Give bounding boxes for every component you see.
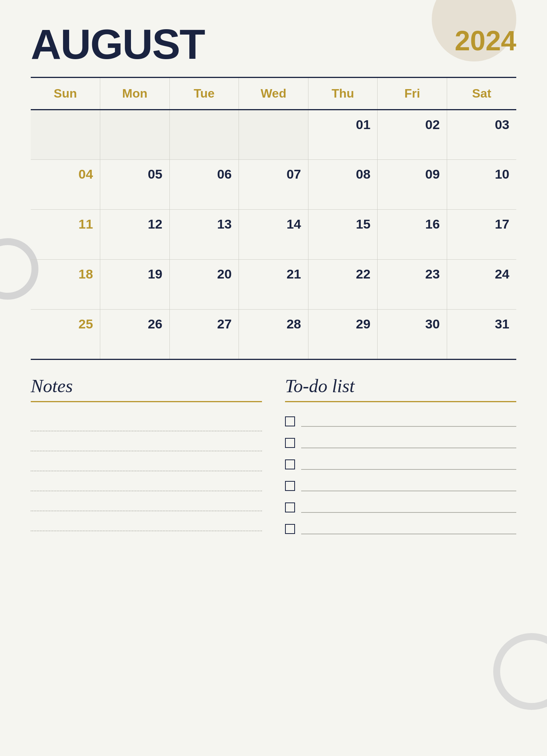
todo-checkbox[interactable] <box>285 502 295 512</box>
day-header-fri: Fri <box>378 78 447 110</box>
todo-line <box>301 426 516 427</box>
calendar-day[interactable]: 30 <box>378 310 447 360</box>
bottom-section: Notes To-do list <box>31 375 516 539</box>
notes-line[interactable] <box>31 451 262 471</box>
calendar-day[interactable]: 15 <box>308 210 378 260</box>
calendar-day[interactable]: 18 <box>31 260 100 310</box>
calendar-day[interactable]: 13 <box>169 210 239 260</box>
calendar-day[interactable]: 19 <box>100 260 170 310</box>
calendar-day[interactable]: 01 <box>308 110 378 160</box>
calendar-week-5: 25262728293031 <box>31 310 516 360</box>
calendar-day[interactable]: 20 <box>169 260 239 310</box>
day-header-wed: Wed <box>239 78 308 110</box>
calendar-day[interactable]: 31 <box>447 310 516 360</box>
calendar-day[interactable]: 14 <box>239 210 308 260</box>
calendar-day[interactable] <box>239 110 308 160</box>
calendar-day[interactable]: 21 <box>239 260 308 310</box>
calendar-day[interactable] <box>169 110 239 160</box>
todo-item[interactable] <box>285 454 516 474</box>
calendar-week-1: 010203 <box>31 110 516 160</box>
calendar-day[interactable]: 16 <box>378 210 447 260</box>
calendar-day[interactable]: 07 <box>239 160 308 210</box>
calendar-day[interactable]: 23 <box>378 260 447 310</box>
calendar-day[interactable]: 10 <box>447 160 516 210</box>
todo-item[interactable] <box>285 433 516 453</box>
calendar-page: AUGUST 2024 SunMonTueWedThuFriSat 010203… <box>0 0 547 756</box>
calendar-week-3: 11121314151617 <box>31 210 516 260</box>
todo-item[interactable] <box>285 476 516 496</box>
notes-section: Notes <box>31 375 262 539</box>
day-header-sat: Sat <box>447 78 516 110</box>
notes-lines <box>31 411 262 531</box>
todo-items <box>285 411 516 539</box>
todo-section: To-do list <box>285 375 516 539</box>
deco-circle-right <box>493 633 547 710</box>
notes-underline <box>31 401 262 402</box>
calendar-body: 0102030405060708091011121314151617181920… <box>31 110 516 360</box>
todo-item[interactable] <box>285 411 516 431</box>
notes-line[interactable] <box>31 491 262 511</box>
notes-line[interactable] <box>31 411 262 431</box>
calendar-week-2: 04050607080910 <box>31 160 516 210</box>
calendar-day[interactable]: 17 <box>447 210 516 260</box>
calendar-day[interactable]: 04 <box>31 160 100 210</box>
notes-line[interactable] <box>31 471 262 491</box>
todo-underline <box>285 401 516 402</box>
day-header-mon: Mon <box>100 78 170 110</box>
month-title: AUGUST <box>31 23 204 65</box>
calendar-day[interactable]: 03 <box>447 110 516 160</box>
calendar-day[interactable]: 25 <box>31 310 100 360</box>
notes-line[interactable] <box>31 511 262 531</box>
calendar-day[interactable]: 22 <box>308 260 378 310</box>
header: AUGUST 2024 <box>31 23 516 65</box>
days-row: SunMonTueWedThuFriSat <box>31 78 516 110</box>
year-title: 2024 <box>455 23 516 55</box>
todo-checkbox[interactable] <box>285 481 295 491</box>
day-header-thu: Thu <box>308 78 378 110</box>
calendar-day[interactable]: 05 <box>100 160 170 210</box>
calendar-day[interactable]: 12 <box>100 210 170 260</box>
page-content: AUGUST 2024 SunMonTueWedThuFriSat 010203… <box>31 23 516 539</box>
calendar-day[interactable] <box>100 110 170 160</box>
calendar-day[interactable] <box>31 110 100 160</box>
calendar-day[interactable]: 11 <box>31 210 100 260</box>
calendar-day[interactable]: 09 <box>378 160 447 210</box>
todo-checkbox[interactable] <box>285 459 295 469</box>
calendar-day[interactable]: 27 <box>169 310 239 360</box>
calendar-day[interactable]: 28 <box>239 310 308 360</box>
notes-title: Notes <box>31 375 262 396</box>
calendar-day[interactable]: 02 <box>378 110 447 160</box>
notes-line[interactable] <box>31 431 262 451</box>
calendar-day[interactable]: 08 <box>308 160 378 210</box>
todo-line <box>301 534 516 534</box>
calendar-header: SunMonTueWedThuFriSat <box>31 78 516 110</box>
calendar-day[interactable]: 24 <box>447 260 516 310</box>
todo-line <box>301 491 516 491</box>
calendar-table: SunMonTueWedThuFriSat 010203040506070809… <box>31 77 516 360</box>
todo-line <box>301 469 516 470</box>
calendar-day[interactable]: 06 <box>169 160 239 210</box>
todo-item[interactable] <box>285 497 516 517</box>
todo-title: To-do list <box>285 375 516 396</box>
day-header-sun: Sun <box>31 78 100 110</box>
todo-line <box>301 512 516 513</box>
todo-line <box>301 448 516 448</box>
todo-item[interactable] <box>285 519 516 539</box>
calendar-day[interactable]: 26 <box>100 310 170 360</box>
todo-checkbox[interactable] <box>285 438 295 448</box>
calendar-week-4: 18192021222324 <box>31 260 516 310</box>
day-header-tue: Tue <box>169 78 239 110</box>
todo-checkbox[interactable] <box>285 416 295 426</box>
todo-checkbox[interactable] <box>285 524 295 534</box>
calendar-day[interactable]: 29 <box>308 310 378 360</box>
